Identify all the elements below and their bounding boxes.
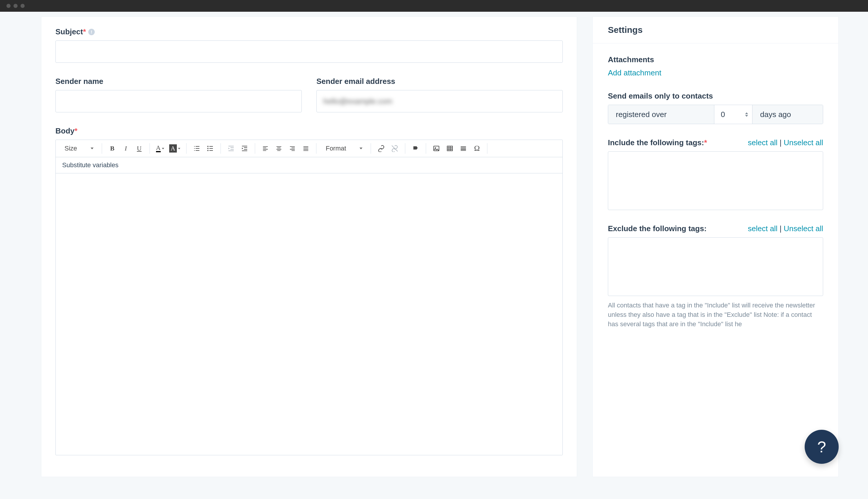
unordered-list-button[interactable] (204, 142, 216, 155)
settings-title: Settings (608, 25, 823, 35)
tags-note: All contacts that have a tag in the "Inc… (608, 301, 823, 329)
window-titlebar (0, 0, 868, 12)
send-only-label: Send emails only to contacts (608, 92, 823, 101)
svg-rect-5 (447, 146, 452, 151)
svg-point-1 (207, 148, 209, 149)
add-attachment-link[interactable]: Add attachment (608, 68, 661, 77)
align-right-button[interactable] (286, 142, 298, 155)
question-mark-icon: ? (817, 438, 826, 456)
sender-name-input[interactable] (55, 90, 302, 112)
format-select[interactable]: Format (321, 142, 367, 155)
info-icon[interactable]: ! (88, 29, 95, 35)
sender-email-input[interactable]: hello@example.com (317, 90, 563, 112)
include-tags-box[interactable] (608, 151, 823, 210)
help-fab-button[interactable]: ? (805, 430, 839, 464)
filter-days-input[interactable]: 0 (714, 105, 753, 124)
table-button[interactable] (444, 142, 456, 155)
special-char-button[interactable]: Ω (471, 142, 483, 155)
text-color-button[interactable]: A (154, 142, 166, 155)
settings-panel: Settings Attachments Add attachment Send… (592, 16, 839, 477)
font-size-select[interactable]: Size (59, 142, 98, 155)
background-color-button[interactable]: A (168, 142, 182, 155)
subject-input[interactable] (55, 40, 563, 63)
svg-point-2 (207, 150, 209, 151)
image-button[interactable] (430, 142, 443, 155)
exclude-tags-box[interactable] (608, 237, 823, 296)
subject-label: Subject* ! (55, 27, 563, 36)
sender-email-label: Sender email address (317, 77, 563, 86)
outdent-button[interactable] (225, 142, 237, 155)
align-justify-button[interactable] (300, 142, 312, 155)
unlink-button[interactable] (388, 142, 401, 155)
substitute-variables-button[interactable]: Substitute variables (56, 157, 562, 173)
sender-name-label: Sender name (55, 77, 302, 86)
include-tags-label: Include the following tags:* (608, 138, 707, 147)
exclude-select-all-link[interactable]: select all (748, 224, 777, 233)
exclude-unselect-all-link[interactable]: Unselect all (784, 224, 823, 233)
maximize-window-icon[interactable] (21, 4, 25, 8)
number-stepper-icon[interactable] (745, 112, 748, 117)
compose-panel: Subject* ! Sender name Sender email addr… (41, 16, 577, 477)
filter-suffix: days ago (753, 105, 823, 124)
rich-text-editor: Size B I U A A (55, 139, 563, 455)
include-unselect-all-link[interactable]: Unselect all (784, 138, 823, 147)
link-button[interactable] (375, 142, 387, 155)
close-window-icon[interactable] (7, 4, 11, 8)
minimize-window-icon[interactable] (13, 4, 17, 8)
body-label: Body* (55, 126, 563, 135)
align-left-button[interactable] (259, 142, 272, 155)
editor-toolbar: Size B I U A A (56, 140, 562, 157)
anchor-button[interactable] (409, 142, 422, 155)
indent-button[interactable] (238, 142, 251, 155)
exclude-tags-label: Exclude the following tags: (608, 224, 707, 233)
filter-condition-select[interactable]: registered over (608, 105, 714, 124)
underline-button[interactable]: U (133, 142, 146, 155)
horizontal-rule-button[interactable] (457, 142, 470, 155)
attachments-label: Attachments (608, 55, 823, 64)
body-editor-area[interactable] (56, 173, 562, 455)
italic-button[interactable]: I (120, 142, 132, 155)
ordered-list-button[interactable] (190, 142, 203, 155)
align-center-button[interactable] (273, 142, 285, 155)
svg-point-0 (207, 146, 209, 147)
contact-filter: registered over 0 days ago (608, 105, 823, 124)
bold-button[interactable]: B (106, 142, 119, 155)
include-select-all-link[interactable]: select all (748, 138, 777, 147)
svg-point-4 (435, 147, 436, 148)
